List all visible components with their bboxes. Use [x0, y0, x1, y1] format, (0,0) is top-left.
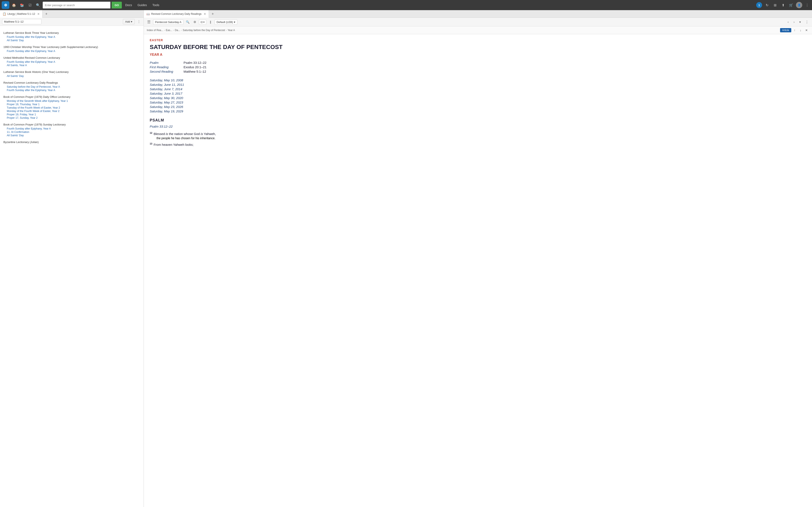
right-tab-icon: 📖: [146, 12, 150, 16]
section-heading-3: Lutheran Service Book Historic (One Year…: [3, 70, 140, 73]
list-item[interactable]: Monday of the Seventh Week after Epiphan…: [3, 99, 140, 103]
list-item[interactable]: Fourth Sunday after the Epiphany, Year A: [3, 89, 140, 92]
breadcrumb-down-icon[interactable]: ↓: [798, 28, 803, 33]
right-menu-icon[interactable]: ☰: [146, 19, 152, 25]
breadcrumb-sep-3: ›: [226, 29, 227, 32]
go-button[interactable]: GO: [112, 2, 122, 8]
psalm-ref[interactable]: Psalm 33:12–22: [150, 125, 806, 128]
list-item[interactable]: Fourth Sunday after the Epiphany, Year A: [3, 35, 140, 39]
list-item[interactable]: Fourth Sunday after the Epiphany, Year A: [3, 49, 140, 53]
breadcrumb-sep-1: ›: [173, 29, 174, 32]
list-item[interactable]: Saturday, May 23, 2026: [150, 105, 806, 109]
reading-ref-2[interactable]: Matthew 5:1–12: [184, 70, 206, 73]
add-button[interactable]: Add ▾: [123, 19, 135, 24]
cart-icon[interactable]: 🛒: [788, 2, 794, 8]
section-heading-6: Book of Common Prayer (1979) Sunday Lect…: [3, 123, 140, 126]
list-item[interactable]: Saturday, May 19, 2029: [150, 109, 806, 113]
search-input[interactable]: [43, 2, 110, 8]
section-heading-2: United Methodist Revised Common Lectiona…: [3, 56, 140, 59]
export-icon[interactable]: ⬆: [780, 2, 786, 8]
reading-row-2: Second Reading Matthew 5:1–12: [150, 70, 806, 73]
right-parallel-icon[interactable]: ∥: [207, 19, 213, 25]
reading-type-2: Second Reading: [150, 70, 184, 73]
breadcrumb-close-icon[interactable]: ✕: [804, 28, 809, 33]
grid-icon[interactable]: ⊞: [772, 2, 778, 8]
passage-input[interactable]: [2, 19, 42, 24]
right-default-btn[interactable]: Default (LEB) ▾: [215, 19, 237, 25]
list-item[interactable]: Saturday, May 30, 2020: [150, 96, 806, 100]
verse-num-12: 12: [150, 131, 152, 134]
section-heading-1: 1993 Christian Worship Three Year Lectio…: [3, 45, 140, 49]
breadcrumb-item-1[interactable]: Eas...: [166, 29, 172, 32]
list-item[interactable]: 11. At Confirmation: [3, 130, 140, 134]
list-item[interactable]: All Saints' Day: [3, 39, 140, 42]
list-item[interactable]: Proper 19, Thursday, Year 1: [3, 103, 140, 106]
search-icon[interactable]: 🔍: [35, 2, 42, 8]
left-tab-active[interactable]: 📋 Liturgy | Matthew 5:1–12 ✕: [0, 10, 43, 18]
right-settings-icon[interactable]: ⋮: [804, 19, 810, 25]
reading-ref-1[interactable]: Exodus 20:1–21: [184, 65, 206, 69]
breadcrumb-up-icon[interactable]: ↑: [792, 28, 797, 33]
list-item[interactable]: Fourth Sunday after Epiphany, Year A: [3, 127, 140, 130]
list-item[interactable]: All Saints' Day: [3, 74, 140, 78]
list-item[interactable]: Saturday, June 3, 2017: [150, 92, 806, 95]
date-list: Saturday, May 10, 2008 Saturday, June 11…: [150, 78, 806, 113]
home-icon[interactable]: 🏠: [11, 2, 17, 8]
more-icon[interactable]: ⋮: [804, 2, 810, 8]
list-item[interactable]: Saturday before the Day of Pentecost, Ye…: [3, 85, 140, 89]
reading-type-1: First Reading: [150, 65, 184, 69]
article-button[interactable]: Article: [780, 28, 791, 32]
reading-table: Psalm Psalm 33:12–22 First Reading Exodu…: [150, 61, 806, 73]
avatar[interactable]: 👤: [796, 2, 802, 8]
notification-badge[interactable]: 1: [756, 2, 762, 8]
section-heading-0: Lutheran Service Book Three Year Lection…: [3, 31, 140, 35]
right-tab-add[interactable]: +: [209, 10, 216, 18]
right-search-icon[interactable]: 🔍: [185, 19, 191, 25]
left-content: Lutheran Service Book Three Year Lection…: [0, 26, 144, 507]
tasks-icon[interactable]: ☑: [27, 2, 34, 8]
right-compare-icon[interactable]: ⚙: [192, 19, 198, 25]
right-nav-more[interactable]: ▾: [797, 19, 803, 25]
add-label: Add: [125, 20, 130, 23]
breadcrumb-item-4[interactable]: Year A: [227, 29, 235, 32]
breadcrumb-item-3[interactable]: Saturday before the Day of Pentecost: [183, 29, 225, 32]
list-item[interactable]: Monday of the Fourth Week of Easter, Yea…: [3, 109, 140, 113]
right-nav-next[interactable]: ›: [791, 19, 797, 25]
section-heading-5: Book of Common Prayer (1979) Daily Offic…: [3, 95, 140, 99]
right-tab-close[interactable]: ✕: [204, 12, 206, 16]
list-item[interactable]: Fourth Sunday after the Epiphany, Year A: [3, 60, 140, 64]
right-tab-label: Revised Common Lectionary Daily Readings: [151, 12, 202, 15]
right-nav-prev[interactable]: ‹: [785, 19, 791, 25]
list-item[interactable]: Saturday, June 11, 2011: [150, 83, 806, 87]
breadcrumb-sep-2: ›: [181, 29, 182, 32]
right-passage-label[interactable]: Pentecost Saturday A: [153, 19, 183, 25]
refresh-icon[interactable]: ↻: [764, 2, 770, 8]
left-tab-add[interactable]: +: [43, 10, 50, 18]
list-item[interactable]: All Saints, Year A: [3, 64, 140, 67]
verse-text-13: 13 From heaven Yahweh looks;: [150, 143, 194, 147]
list-item[interactable]: All Saints' Day: [3, 134, 140, 137]
list-item[interactable]: Proper 17, Sunday, Year 2: [3, 116, 140, 120]
right-layout-btn[interactable]: ⊟ ▾: [199, 19, 206, 25]
section-heading-7: Byzantine Lectionary (Julian): [3, 140, 140, 144]
list-item[interactable]: Saturday, May 27, 2023: [150, 101, 806, 104]
right-tab-active[interactable]: 📖 Revised Common Lectionary Daily Readin…: [144, 10, 209, 18]
panel-menu-icon[interactable]: ⋮: [136, 19, 142, 24]
left-tab-close[interactable]: ✕: [37, 12, 40, 16]
default-label: Default (LEB): [216, 20, 233, 24]
easter-label: EASTER: [150, 39, 806, 42]
guides-link[interactable]: Guides: [135, 3, 149, 7]
list-item[interactable]: Proper 19, Friday, Year 1: [3, 113, 140, 116]
layout-icon: ⊟: [200, 20, 203, 24]
list-item[interactable]: Tuesday of the Fourth Week of Easter, Ye…: [3, 106, 140, 109]
breadcrumb-item-0[interactable]: Index of Rea...: [147, 29, 163, 32]
library-icon[interactable]: 📚: [18, 2, 26, 8]
docs-link[interactable]: Docs: [123, 3, 134, 7]
tab-icon: 📋: [3, 12, 6, 16]
list-item[interactable]: Saturday, June 7, 2014: [150, 87, 806, 91]
tools-link[interactable]: Tools: [150, 3, 161, 7]
app-logo[interactable]: ⊕: [2, 1, 9, 9]
list-item[interactable]: Saturday, May 10, 2008: [150, 78, 806, 82]
breadcrumb-item-2[interactable]: Da...: [175, 29, 180, 32]
reading-ref-0[interactable]: Psalm 33:12–22: [184, 61, 206, 64]
